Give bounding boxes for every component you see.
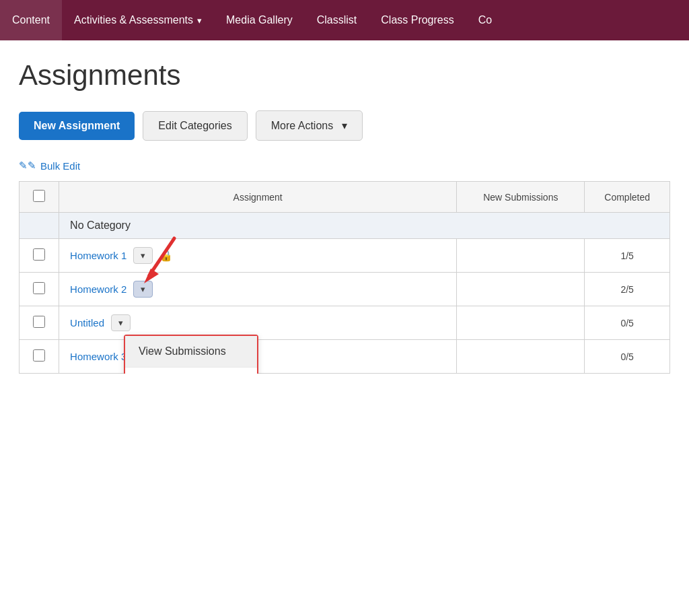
table-row: Untitled ▾ View Submissions Edit Assignm… xyxy=(20,306,670,340)
row3-checkbox[interactable] xyxy=(33,316,45,328)
view-submissions-menu-item[interactable]: View Submissions xyxy=(125,336,257,368)
bulk-edit-pencil-icon: ✎✎ xyxy=(19,160,36,172)
row3-new-submissions xyxy=(457,306,585,340)
new-submissions-column-header: New Submissions xyxy=(457,182,585,213)
homework2-link[interactable]: Homework 2 xyxy=(70,283,126,295)
homework1-lock-icon: 🔒 xyxy=(159,249,173,262)
nav-activities-chevron-icon: ▾ xyxy=(197,15,202,26)
row3-completed: 0/5 xyxy=(585,306,670,340)
row1-checkbox-cell xyxy=(20,239,59,273)
category-row: No Category xyxy=(20,213,670,239)
edit-assignment-menu-item[interactable]: Edit Assignment xyxy=(125,368,257,374)
select-all-header xyxy=(20,182,59,213)
toolbar: New Assignment Edit Categories More Acti… xyxy=(19,110,670,141)
navigation-bar: Content Activities & Assessments ▾ Media… xyxy=(0,0,689,40)
row2-new-submissions xyxy=(457,273,585,306)
homework1-chevron-icon: ▾ xyxy=(141,250,145,261)
more-actions-button[interactable]: More Actions ▾ xyxy=(256,110,363,141)
row3-checkbox-cell xyxy=(20,306,59,340)
completed-column-header: Completed xyxy=(585,182,670,213)
category-name: No Category xyxy=(59,213,670,239)
table-row: Homework 1 ▾ 🔒 1/5 xyxy=(20,239,670,273)
row2-completed: 2/5 xyxy=(585,273,670,306)
row4-completed: 0/5 xyxy=(585,340,670,374)
row4-checkbox-cell xyxy=(20,340,59,374)
nav-class-progress[interactable]: Class Progress xyxy=(369,0,466,40)
row3-assignment-cell: Untitled ▾ View Submissions Edit Assignm… xyxy=(59,306,457,340)
assignment-column-header: Assignment xyxy=(59,182,457,213)
row2-checkbox-cell xyxy=(20,273,59,306)
row1-checkbox[interactable] xyxy=(33,248,45,261)
table-row: Homework 2 ▾ xyxy=(20,273,670,306)
row2-checkbox[interactable] xyxy=(33,282,45,294)
row1-completed: 1/5 xyxy=(585,239,670,273)
row4-checkbox[interactable] xyxy=(33,349,45,362)
more-actions-chevron-icon: ▾ xyxy=(342,120,347,131)
homework1-link[interactable]: Homework 1 xyxy=(70,250,126,261)
page-title: Assignments xyxy=(19,59,670,92)
homework3-link[interactable]: Homework 3 xyxy=(70,351,126,362)
edit-categories-button[interactable]: Edit Categories xyxy=(143,111,247,141)
untitled-chevron-icon: ▾ xyxy=(118,318,123,328)
nav-co[interactable]: Co xyxy=(466,0,504,40)
assignment-dropdown-menu: View Submissions Edit Assignment xyxy=(124,335,258,374)
untitled-dropdown-button[interactable]: ▾ xyxy=(111,314,131,331)
homework2-dropdown-button[interactable]: ▾ xyxy=(133,281,153,298)
assignments-table: Assignment New Submissions Completed No … xyxy=(19,181,670,374)
untitled-link[interactable]: Untitled xyxy=(70,317,104,329)
table-row: Homework 3 ▾ 0/5 xyxy=(20,340,670,374)
bulk-edit-link[interactable]: ✎✎ Bulk Edit xyxy=(19,160,80,172)
category-checkbox-cell xyxy=(20,213,59,239)
homework1-dropdown-button[interactable]: ▾ xyxy=(133,247,153,264)
select-all-checkbox[interactable] xyxy=(33,190,45,202)
nav-media-gallery[interactable]: Media Gallery xyxy=(214,0,305,40)
bulk-edit-row: ✎✎ Bulk Edit xyxy=(19,160,670,172)
row1-new-submissions xyxy=(457,239,585,273)
row2-assignment-cell: Homework 2 ▾ xyxy=(59,273,457,306)
nav-activities-assessments[interactable]: Activities & Assessments ▾ xyxy=(62,0,214,40)
new-assignment-button[interactable]: New Assignment xyxy=(19,112,135,140)
nav-content[interactable]: Content xyxy=(0,0,62,40)
row4-new-submissions xyxy=(457,340,585,374)
homework2-chevron-icon: ▾ xyxy=(141,284,145,294)
nav-classlist[interactable]: Classlist xyxy=(305,0,369,40)
row1-assignment-cell: Homework 1 ▾ 🔒 xyxy=(59,239,457,273)
